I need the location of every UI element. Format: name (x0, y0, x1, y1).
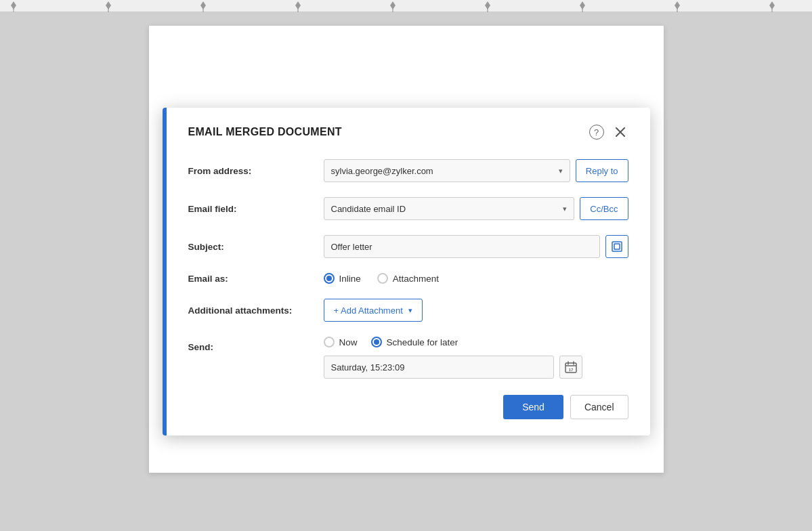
send-schedule-label: Schedule for later (387, 337, 458, 347)
dialog-accent-bar (163, 108, 167, 436)
dialog-header: EMAIL MERGED DOCUMENT ? (188, 124, 628, 140)
dialog-footer: Send Cancel (188, 384, 628, 419)
from-address-label: From address: (188, 166, 324, 176)
datetime-input[interactable] (324, 356, 554, 379)
send-row: Send: Now Schedule for later (188, 337, 628, 379)
email-field-row: Email field: Candidate email ID ▾ Cc/Bcc (188, 197, 628, 220)
email-field-label: Email field: (188, 204, 324, 214)
send-schedule-option[interactable]: Schedule for later (371, 337, 458, 347)
svg-marker-17 (769, 1, 775, 9)
svg-marker-13 (390, 1, 396, 9)
email-field-select-group: Candidate email ID ▾ Cc/Bcc (324, 197, 628, 220)
subject-control (324, 235, 628, 258)
from-address-select[interactable]: sylvia.george@zylker.com ▾ (324, 159, 570, 182)
email-field-control: Candidate email ID ▾ Cc/Bcc (324, 197, 628, 220)
send-now-radio-circle (324, 337, 335, 347)
email-as-label: Email as: (188, 274, 324, 284)
dialog-header-icons: ? (589, 124, 628, 140)
email-as-row: Email as: Inline Attachment (188, 273, 628, 284)
inline-radio-label: Inline (339, 274, 361, 284)
send-label: Send: (188, 337, 324, 352)
from-address-select-group: sylvia.george@zylker.com ▾ Reply to (324, 159, 628, 182)
add-attachment-button[interactable]: + Add Attachment ▾ (324, 299, 423, 322)
email-as-radio-group: Inline Attachment (324, 273, 628, 284)
svg-marker-9 (11, 1, 16, 9)
attachment-radio-circle (377, 273, 388, 284)
datetime-group: 17 (324, 356, 628, 379)
send-schedule-radio-circle (371, 337, 382, 347)
svg-rect-21 (614, 244, 620, 249)
inline-radio-circle (324, 273, 335, 284)
subject-row: Subject: (188, 235, 628, 258)
svg-marker-14 (485, 1, 490, 9)
add-attachment-chevron-icon: ▾ (408, 306, 412, 315)
email-as-attachment-option[interactable]: Attachment (377, 273, 439, 284)
from-address-value: sylvia.george@zylker.com (331, 166, 433, 176)
close-icon[interactable] (612, 124, 628, 140)
help-icon[interactable]: ? (589, 125, 604, 140)
subject-label: Subject: (188, 242, 324, 252)
document-background: EMAIL MERGED DOCUMENT ? From address: (0, 12, 812, 531)
svg-marker-12 (295, 1, 301, 9)
subject-input[interactable] (324, 235, 600, 258)
from-address-row: From address: sylvia.george@zylker.com ▾… (188, 159, 628, 182)
additional-attachments-label: Additional attachments: (188, 305, 324, 316)
add-attachment-label: + Add Attachment (334, 305, 403, 316)
send-now-label: Now (339, 337, 358, 347)
dialog-title: EMAIL MERGED DOCUMENT (188, 126, 342, 138)
cancel-button[interactable]: Cancel (570, 395, 628, 419)
ruler (0, 0, 812, 12)
svg-marker-15 (580, 1, 585, 9)
email-field-select[interactable]: Candidate email ID ▾ (324, 197, 575, 220)
svg-rect-20 (612, 242, 622, 251)
email-as-control: Inline Attachment (324, 273, 628, 284)
from-address-arrow-icon: ▾ (559, 167, 563, 175)
cc-bcc-button[interactable]: Cc/Bcc (580, 197, 628, 220)
additional-attachments-control: + Add Attachment ▾ (324, 299, 628, 322)
reply-to-button[interactable]: Reply to (576, 159, 628, 182)
svg-marker-10 (106, 1, 111, 9)
email-merged-document-dialog: EMAIL MERGED DOCUMENT ? From address: (163, 108, 650, 436)
email-field-value: Candidate email ID (331, 204, 406, 214)
additional-attachments-row: Additional attachments: + Add Attachment… (188, 299, 628, 322)
calendar-button[interactable]: 17 (559, 356, 582, 379)
merge-field-button[interactable] (605, 235, 628, 258)
svg-marker-16 (675, 1, 680, 9)
attachment-radio-label: Attachment (393, 274, 439, 284)
send-now-option[interactable]: Now (324, 337, 358, 347)
dialog-overlay: EMAIL MERGED DOCUMENT ? From address: (0, 12, 812, 531)
from-address-control: sylvia.george@zylker.com ▾ Reply to (324, 159, 628, 182)
email-as-inline-option[interactable]: Inline (324, 273, 361, 284)
subject-input-group (324, 235, 628, 258)
send-options-group: Now Schedule for later (324, 337, 628, 347)
svg-text:17: 17 (568, 368, 573, 372)
svg-marker-11 (200, 1, 206, 9)
send-button[interactable]: Send (503, 395, 563, 419)
email-field-arrow-icon: ▾ (563, 205, 567, 213)
send-control: Now Schedule for later (324, 337, 628, 379)
